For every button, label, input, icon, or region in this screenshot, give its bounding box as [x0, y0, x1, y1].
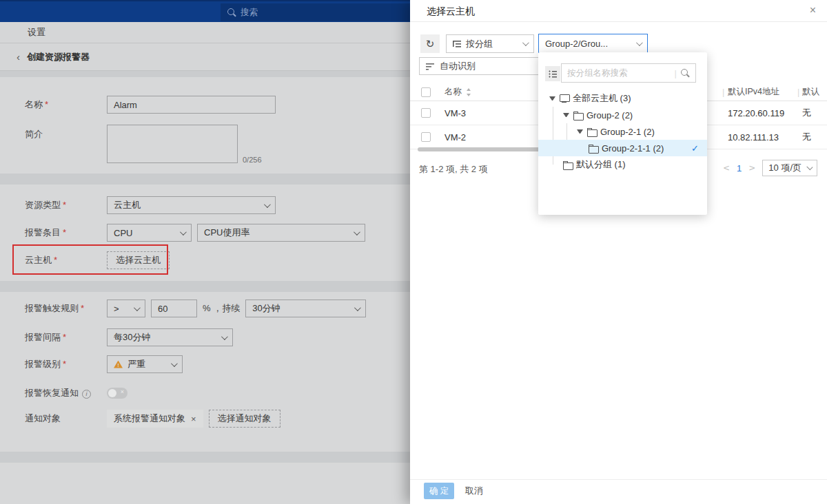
column-ipv4: 默认IPv4地址: [728, 83, 779, 101]
tree-node-default-group[interactable]: 默认分组 (1): [538, 156, 707, 173]
name-label: 名称*: [25, 98, 107, 111]
row-checkbox[interactable]: [421, 132, 431, 142]
notify-row: 通知对象 系统报警通知对象 × 选择通知对象: [25, 410, 403, 428]
duration-select[interactable]: 30分钟: [245, 300, 366, 317]
tree-node-group-2-1[interactable]: Group-2-1 (2): [538, 123, 707, 140]
name-input[interactable]: Alarm: [107, 96, 276, 114]
cancel-button[interactable]: 取消: [465, 483, 483, 499]
column-name[interactable]: 名称: [445, 86, 462, 98]
divider: [410, 479, 827, 480]
resource-type-label: 资源类型*: [25, 199, 107, 211]
back-icon[interactable]: ‹: [17, 51, 20, 63]
resource-type-select[interactable]: 云主机: [107, 196, 276, 214]
page-title: 创建资源报警器: [27, 51, 90, 63]
chevron-down-icon: [806, 164, 813, 170]
threshold-unit: % ，持续: [203, 302, 240, 315]
folder-icon: [563, 161, 572, 169]
chevron-down-icon: [171, 360, 178, 367]
recovery-label: 报警恢复通知i: [25, 387, 107, 399]
global-search-input[interactable]: [241, 8, 378, 17]
vm-third: 无: [802, 101, 811, 125]
tree-node-all-vms[interactable]: 全部云主机 (3): [538, 90, 707, 107]
chevron-down-icon: [180, 229, 187, 235]
group-by-select[interactable]: 按分组: [446, 34, 534, 53]
info-icon: i: [82, 390, 91, 399]
group-search-input[interactable]: [567, 68, 671, 78]
search-icon[interactable]: [681, 69, 690, 78]
refresh-icon: ↻: [426, 38, 435, 50]
confirm-button[interactable]: 确 定: [424, 483, 454, 499]
description-textarea[interactable]: [107, 125, 238, 163]
divider: [410, 21, 827, 22]
search-icon: [227, 8, 236, 17]
description-label: 简介: [25, 128, 107, 140]
group-tree: 全部云主机 (3) Group-2 (2) Group-2-1 (2) Grou…: [538, 90, 707, 173]
trigger-rule-label: 报警触发规则*: [25, 302, 107, 315]
caret-down-icon[interactable]: [563, 113, 569, 117]
alarm-item-row: 报警条目* CPU CPU使用率: [25, 224, 403, 242]
settings-header: 设置: [0, 22, 410, 43]
drawer-title: 选择云主机: [427, 0, 475, 22]
chevron-down-icon: [264, 201, 271, 208]
settings-title: 设置: [28, 26, 45, 39]
vm-ipv4: 172.20.60.119: [728, 101, 784, 125]
select-all-checkbox[interactable]: [421, 87, 431, 97]
operator-select[interactable]: >: [107, 300, 145, 317]
vm-ipv4: 10.82.111.13: [728, 125, 779, 149]
tag-close-icon[interactable]: ×: [191, 414, 196, 424]
recovery-toggle[interactable]: ×: [107, 388, 127, 399]
char-counter: 0/256: [243, 156, 262, 164]
interval-row: 报警间隔* 每30分钟: [25, 328, 403, 346]
prev-page-icon[interactable]: <: [723, 163, 730, 173]
monitor-icon: [560, 94, 569, 103]
chevron-down-icon: [221, 333, 228, 340]
filter-icon: [426, 63, 434, 70]
chevron-down-icon: [134, 304, 141, 311]
notify-label: 通知对象: [25, 412, 107, 425]
current-page[interactable]: 1: [737, 163, 742, 174]
select-vm-button[interactable]: 选择云主机: [107, 251, 170, 269]
recovery-row: 报警恢复通知i ×: [25, 384, 403, 402]
threshold-input[interactable]: 60: [151, 300, 197, 317]
check-icon: ✓: [691, 143, 699, 154]
notify-tag: 系统报警通知对象 ×: [107, 410, 203, 428]
group-value-select[interactable]: Group-2/Grou...: [538, 34, 648, 53]
submetric-select[interactable]: CPU使用率: [197, 224, 365, 242]
interval-select[interactable]: 每30分钟: [107, 328, 233, 346]
trigger-rule-row: 报警触发规则* > 60 % ，持续 30分钟: [25, 300, 403, 317]
vm-third: 无: [802, 125, 811, 149]
group-search-box[interactable]: |: [561, 63, 696, 83]
name-row: 名称* Alarm: [25, 96, 403, 114]
pagination: < 1 > 10 项/页: [723, 160, 817, 176]
select-notify-button[interactable]: 选择通知对象: [209, 410, 280, 428]
folder-icon: [589, 145, 598, 152]
screen: 设置 ‹ 创建资源报警器 名称* Alarm 简介 0/256 资源类型* 云主…: [0, 0, 827, 504]
pagination-summary: 第 1-2 项, 共 2 项: [419, 163, 488, 176]
next-page-icon[interactable]: >: [748, 163, 755, 173]
caret-down-icon[interactable]: [549, 96, 555, 101]
folder-icon: [587, 128, 596, 136]
page-size-select[interactable]: 10 项/页: [762, 160, 817, 176]
metric-select[interactable]: CPU: [107, 224, 192, 242]
folder-icon: [573, 112, 582, 119]
refresh-button[interactable]: ↻: [420, 34, 440, 53]
caret-down-icon[interactable]: [577, 129, 583, 134]
level-row: 报警级别* 严重: [25, 355, 403, 373]
top-navbar: [0, 0, 410, 22]
toggle-off-icon: ×: [121, 388, 124, 395]
vm-row: 云主机* 选择云主机: [25, 251, 403, 269]
resource-type-row: 资源类型* 云主机: [25, 196, 403, 214]
tree-view-button[interactable]: [545, 66, 560, 81]
close-icon[interactable]: ×: [810, 4, 816, 17]
tree-node-group-2[interactable]: Group-2 (2): [538, 107, 707, 123]
global-search[interactable]: [221, 3, 410, 21]
select-vm-drawer: 选择云主机 × ↻ 按分组 Group-2/Grou... 自动识别 名称 |: [410, 0, 827, 504]
tree-node-group-2-1-1[interactable]: Group-2-1-1 (2) ✓: [538, 140, 707, 156]
group-tree-popup: | 全部云主机 (3) Group-2 (2): [538, 52, 707, 215]
row-checkbox[interactable]: [421, 108, 431, 118]
warning-icon: [114, 361, 123, 368]
alarm-item-label: 报警条目*: [25, 227, 107, 239]
column-third: 默认: [802, 83, 819, 101]
level-select[interactable]: 严重: [107, 355, 183, 373]
sort-icon[interactable]: [466, 88, 471, 96]
